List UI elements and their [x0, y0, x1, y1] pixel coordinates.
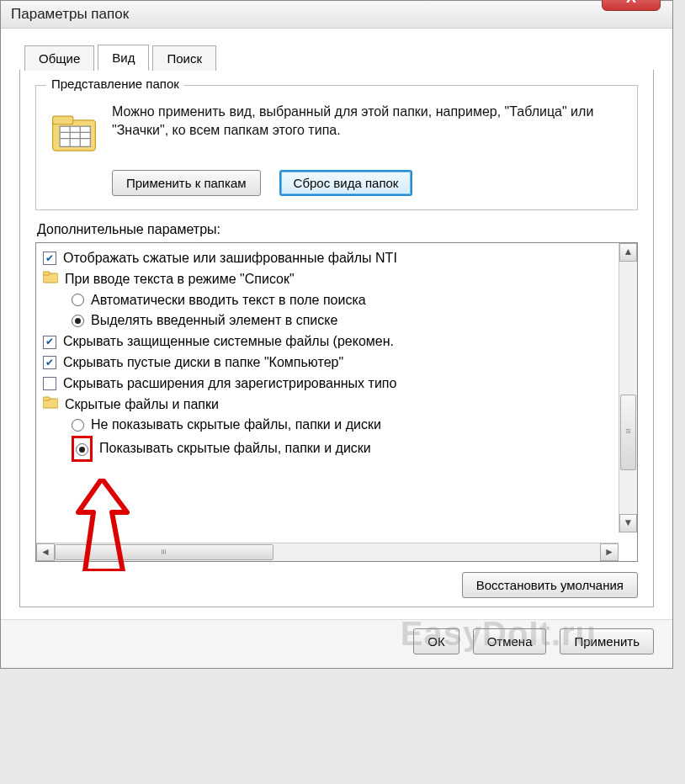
vertical-scroll-thumb[interactable]: [620, 395, 636, 470]
radio-icon[interactable]: [72, 419, 84, 432]
reset-folders-label: Сброс вида папок: [294, 176, 399, 190]
folder-views-group: Представление папок Можно применить вид,…: [35, 85, 638, 210]
folder-views-group-label: Представление папок: [46, 77, 184, 91]
advanced-settings-list[interactable]: ✔Отображать сжатые или зашифрованные фай…: [35, 242, 638, 562]
tab-body-view: Представление папок Можно применить вид,…: [19, 70, 654, 607]
list-item[interactable]: ✔Скрывать расширения для зарегистрирован…: [43, 373, 634, 395]
tab-general-label: Общие: [39, 51, 80, 66]
list-item-label: При вводе текста в режиме "Список": [65, 269, 295, 290]
horizontal-scrollbar[interactable]: ◄ ►: [36, 543, 619, 561]
reset-folders-button[interactable]: Сброс вида папок: [279, 170, 413, 196]
folder-options-window: Параметры папок X Общие Вид Поиск Предст…: [0, 0, 673, 669]
tab-strip: Общие Вид Поиск: [19, 44, 654, 71]
dialog-button-row: ОК Отмена Применить: [1, 619, 672, 668]
scroll-up-icon[interactable]: ▲: [619, 243, 637, 262]
list-item[interactable]: Показывать скрытые файлы, папки и диски: [43, 436, 634, 462]
list-item-label: Выделять введенный элемент в списке: [91, 310, 337, 331]
list-item[interactable]: Скрытые файлы и папки: [43, 395, 634, 416]
close-button[interactable]: X: [602, 0, 661, 11]
horizontal-scroll-thumb[interactable]: [55, 544, 273, 560]
horizontal-scroll-track[interactable]: [55, 543, 600, 561]
svg-rect-8: [43, 272, 50, 275]
radio-icon[interactable]: [72, 315, 84, 327]
tab-general[interactable]: Общие: [24, 45, 94, 71]
cancel-button[interactable]: Отмена: [473, 628, 547, 654]
svg-rect-2: [60, 126, 90, 146]
restore-defaults-button[interactable]: Восстановить умолчания: [462, 572, 638, 598]
advanced-label: Дополнительные параметры:: [37, 222, 638, 237]
list-item[interactable]: Не показывать скрытые файлы, папки и дис…: [43, 415, 634, 436]
list-item[interactable]: ✔Отображать сжатые или зашифрованные фай…: [43, 248, 634, 269]
radio-icon[interactable]: [72, 294, 84, 306]
scroll-right-icon[interactable]: ►: [600, 543, 619, 561]
list-item-label: Скрывать пустые диски в папке "Компьютер…: [63, 352, 343, 373]
highlight-box: [72, 436, 93, 462]
list-item-label: Автоматически вводить текст в поле поиск…: [91, 290, 366, 311]
folder-icon: [43, 395, 58, 416]
cancel-label: Отмена: [487, 634, 533, 649]
apply-to-folders-button[interactable]: Применить к папкам: [112, 170, 261, 196]
client-area: Общие Вид Поиск Представление папок: [1, 29, 672, 619]
ok-label: ОК: [427, 634, 444, 649]
list-item-label: Скрытые файлы и папки: [65, 395, 219, 416]
titlebar: Параметры папок X: [1, 1, 672, 29]
checkbox-icon[interactable]: ✔: [43, 252, 56, 265]
scroll-left-icon[interactable]: ◄: [36, 543, 55, 561]
scroll-down-icon[interactable]: ▼: [619, 514, 637, 532]
apply-to-folders-label: Применить к папкам: [126, 176, 247, 190]
list-item-label: Скрывать расширения для зарегистрированн…: [63, 373, 396, 395]
close-icon: X: [626, 0, 636, 6]
list-item[interactable]: ✔Скрывать защищенные системные файлы (ре…: [43, 331, 634, 352]
list-item-label: Показывать скрытые файлы, папки и диски: [99, 438, 371, 459]
folder-views-buttons: Применить к папкам Сброс вида папок: [112, 170, 624, 196]
svg-rect-10: [43, 397, 50, 400]
tab-search-label: Поиск: [167, 51, 202, 66]
restore-row: Восстановить умолчания: [35, 572, 638, 598]
list-item[interactable]: Выделять введенный элемент в списке: [43, 310, 634, 331]
tab-search[interactable]: Поиск: [152, 45, 216, 71]
list-item[interactable]: Автоматически вводить текст в поле поиск…: [43, 290, 634, 311]
radio-icon[interactable]: [76, 443, 88, 456]
checkbox-icon[interactable]: ✔: [43, 356, 56, 369]
folder-views-row: Можно применить вид, выбранный для этой …: [50, 103, 624, 155]
folder-icon: [43, 269, 58, 290]
list-item-label: Отображать сжатые или зашифрованные файл…: [63, 248, 397, 269]
window-title: Параметры папок: [11, 6, 129, 22]
apply-label: Применить: [574, 634, 640, 649]
tab-view-label: Вид: [112, 50, 135, 65]
list-item-label: Не показывать скрытые файлы, папки и дис…: [91, 415, 381, 436]
list-item[interactable]: ✔Скрывать пустые диски в папке "Компьюте…: [43, 352, 634, 373]
vertical-scrollbar[interactable]: ▲ ▼: [619, 243, 637, 532]
restore-defaults-label: Восстановить умолчания: [476, 578, 624, 592]
list-item[interactable]: При вводе текста в режиме "Список": [43, 269, 634, 290]
apply-button[interactable]: Применить: [560, 628, 654, 654]
svg-rect-1: [53, 116, 73, 124]
list-item-label: Скрывать защищенные системные файлы (рек…: [63, 331, 394, 352]
folder-views-icon: [50, 106, 98, 155]
checkbox-icon[interactable]: ✔: [43, 336, 56, 349]
tab-view[interactable]: Вид: [98, 45, 149, 71]
folder-views-description: Можно применить вид, выбранный для этой …: [112, 103, 624, 139]
advanced-settings-inner: ✔Отображать сжатые или зашифрованные фай…: [36, 243, 637, 532]
ok-button[interactable]: ОК: [413, 628, 459, 654]
checkbox-icon[interactable]: ✔: [43, 377, 56, 390]
